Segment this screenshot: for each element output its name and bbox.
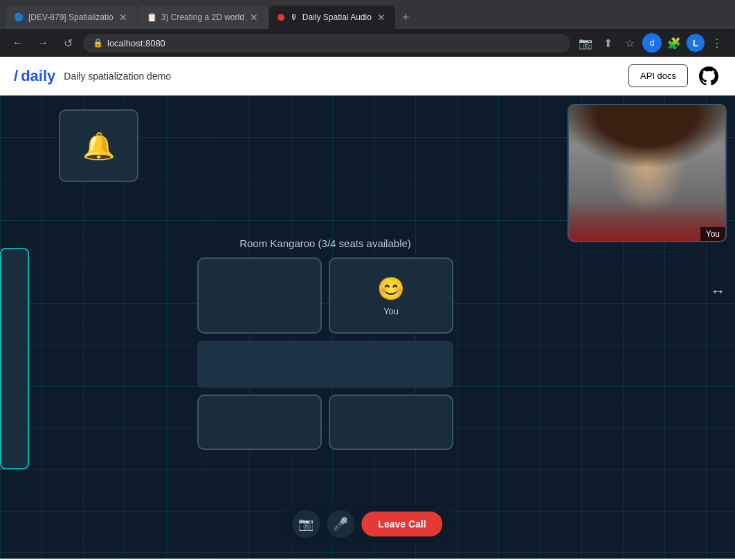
mic-icon: 🎤: [333, 516, 348, 532]
seat-2-you[interactable]: 😊 You: [329, 258, 453, 334]
tab2-label: 3) Creating a 2D world: [161, 12, 244, 22]
video-background: [569, 105, 725, 241]
bookmark-icon[interactable]: ☆: [620, 33, 639, 53]
tab3-label: Daily Spatial Audio: [302, 12, 372, 22]
you-label: You: [383, 306, 399, 316]
bell-card[interactable]: 🔔: [59, 109, 138, 182]
tab-creating-2d-world[interactable]: 📋 3) Creating a 2D world ✕: [138, 6, 268, 29]
seat-wide-area: [197, 341, 453, 388]
tab1-close[interactable]: ✕: [118, 11, 129, 24]
refresh-button[interactable]: ↺: [58, 33, 78, 53]
resize-cursor: ↔: [710, 282, 725, 300]
seat-3[interactable]: [197, 395, 322, 450]
kangaroo-room-title: Room Kangaroo (3/4 seats available): [197, 237, 453, 249]
toolbar-icons: 📷 ⬆ ☆ d 🧩 L ⋮: [576, 33, 727, 53]
menu-icon[interactable]: ⋮: [707, 33, 727, 53]
api-docs-button[interactable]: API docs: [628, 64, 688, 87]
github-button[interactable]: [696, 64, 721, 89]
camera-icon: 📷: [298, 516, 314, 532]
tab1-favicon: 🔵: [14, 12, 24, 22]
cast-icon[interactable]: 📷: [576, 33, 595, 53]
tab-daily-spatial[interactable]: 🎙 Daily Spatial Audio ✕: [269, 6, 395, 29]
seat-4[interactable]: [329, 395, 453, 450]
tab3-favicon: 🎙: [290, 12, 298, 22]
app-logo: /daily: [14, 67, 55, 85]
kangaroo-top-seats: 😊 You: [197, 258, 453, 334]
tab2-close[interactable]: ✕: [248, 11, 260, 24]
seat-1[interactable]: [197, 258, 322, 334]
profile-button[interactable]: L: [687, 34, 705, 52]
tab-dev-879[interactable]: 🔵 [DEV-879] Spatializatio ✕: [6, 6, 137, 29]
address-bar: ← → ↺ 🔒 localhost:8080 📷 ⬆ ☆ d 🧩 L ⋮: [0, 29, 735, 57]
github-icon: [699, 66, 718, 86]
share-icon[interactable]: ⬆: [598, 33, 617, 53]
daily-extension-icon[interactable]: d: [642, 33, 662, 53]
address-text: localhost:8080: [107, 38, 165, 48]
bell-emoji: 🔔: [82, 131, 115, 161]
tab1-label: [DEV-879] Spatializatio: [28, 12, 114, 22]
leave-call-button[interactable]: Leave Call: [361, 512, 442, 536]
mic-button[interactable]: 🎤: [327, 510, 354, 538]
app-title: Daily spatialization demo: [64, 71, 171, 82]
browser-chrome: 🔵 [DEV-879] Spatializatio ✕ 📋 3) Creatin…: [0, 0, 735, 57]
kangaroo-bottom-seats: [197, 395, 453, 450]
new-tab-button[interactable]: +: [397, 8, 415, 28]
tab2-favicon: 📋: [147, 12, 157, 22]
address-input[interactable]: 🔒 localhost:8080: [83, 34, 570, 53]
video-you-label: You: [700, 227, 725, 241]
video-overlay: You: [568, 104, 727, 242]
tab3-close[interactable]: ✕: [376, 11, 387, 24]
tab-bar: 🔵 [DEV-879] Spatializatio ✕ 📋 3) Creatin…: [0, 0, 735, 29]
call-controls: 📷 🎤 Leave Call: [281, 503, 453, 545]
logo-slash: /: [14, 67, 18, 85]
app-header: /daily Daily spatialization demo API doc…: [0, 57, 735, 96]
canvas-area: 🔔 le) Room Kangaroo (3/4 seats available…: [0, 96, 735, 559]
left-panel: [0, 248, 29, 469]
video-hair: [569, 105, 725, 180]
logo-daily: daily: [21, 67, 55, 85]
kangaroo-room: Room Kangaroo (3/4 seats available) 😊 Yo…: [197, 237, 453, 450]
you-emoji: 😊: [377, 276, 405, 302]
lock-icon: 🔒: [93, 38, 103, 48]
extensions-icon[interactable]: 🧩: [664, 33, 684, 53]
back-button[interactable]: ←: [8, 33, 28, 53]
forward-button[interactable]: →: [33, 33, 53, 53]
camera-button[interactable]: 📷: [292, 510, 320, 538]
tab3-indicator: [278, 14, 284, 21]
